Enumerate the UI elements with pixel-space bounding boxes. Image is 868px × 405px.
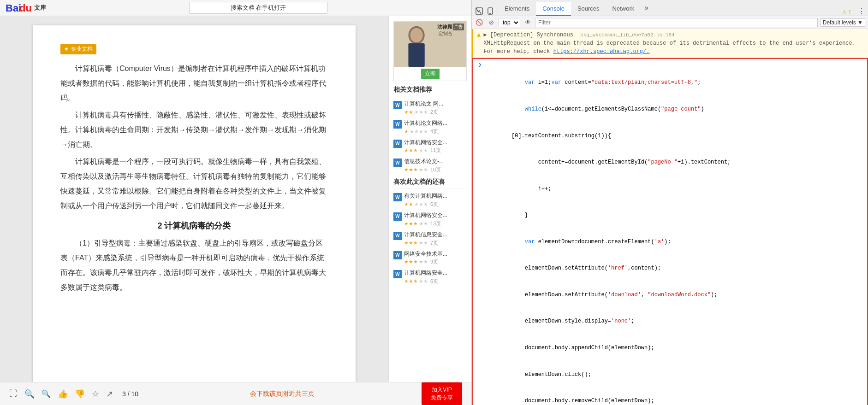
code-line-11: document.body.appendChild(elementDown); [476, 335, 863, 362]
devtools-tabs: Elements Console Sources Network » ⚠ 1 ⋮ [472, 0, 868, 16]
liked-doc-item-3[interactable]: W 计算机信息安全... ★★★★★ 7页 [393, 231, 467, 247]
code-line-10: elementDown.style.display='none'; [476, 308, 863, 335]
related-docs-title: 相关文档推荐 [393, 86, 467, 96]
ad-button[interactable]: 立即 [421, 69, 440, 79]
doc-item-title: 计算机论文网络... [404, 119, 467, 127]
inspect-icon[interactable] [475, 6, 484, 16]
code-line-6: } [476, 202, 863, 229]
doc-item-title: 计算机网络安全... [404, 211, 467, 219]
code-line-7: var elementDown=document.createElement('… [476, 229, 863, 256]
related-docs-list: W 计算机论文 网... ★★★★★ 2页 W 计算机论文网络... [393, 100, 467, 173]
thumbsup-icon[interactable]: 👍 [58, 389, 68, 399]
console-warning: ▲ ▶ [Deprecation] Synchronous pkg_wkcomm… [472, 29, 868, 58]
sidebar-ad[interactable]: 广告 法律顾 定制合 立即 [393, 21, 467, 81]
code-line-1: var i=1;var content="data:text/plain;cha… [476, 70, 863, 96]
baidu-logo-icon: Bai du [5, 1, 32, 14]
tab-network[interactable]: Network [606, 2, 641, 16]
doc-stars: ★★★★★ 10页 [404, 166, 467, 173]
related-doc-item-4[interactable]: W 信息技术论文-... ★★★★★ 10页 [393, 158, 467, 173]
share-icon[interactable]: ↗ [106, 389, 113, 399]
zoom-in-icon[interactable]: 🔍 [42, 389, 51, 398]
context-selector[interactable]: top [499, 18, 520, 27]
doc-item-title: 网络安全技术基... [404, 250, 467, 258]
doc-page: 专业文档 计算机病毒（Computer Virus）是编制者在计算机程序中插入的… [33, 25, 356, 382]
console-stop-icon[interactable]: ⊘ [487, 18, 496, 27]
tab-sources[interactable]: Sources [571, 2, 606, 16]
code-line-3: [0].textContent.substring(1)){ [476, 123, 863, 149]
doc-stars: ★★★★★ 9页 [404, 258, 467, 265]
code-text: } [478, 202, 862, 229]
bookmark-icon[interactable]: ☆ [92, 389, 99, 399]
alert-icon: ⚠ [842, 9, 847, 16]
liked-doc-item-2[interactable]: W 计算机网络安全... ★★★★★ 13页 [393, 211, 467, 227]
doc-icon: W [393, 232, 402, 240]
code-line-2: while(i<=document.getElementsByClassName… [476, 96, 863, 123]
code-line-9: elementDown.setAttribute('download', "do… [476, 282, 863, 309]
bottom-icons: ⛶ 🔍 🔍 👍 👎 ☆ ↗ [9, 389, 113, 399]
doc-item-title: 有关计算机网络... [404, 192, 467, 200]
warn-link[interactable]: https://xhr.spec.whatwg.org/. [553, 48, 650, 55]
doc-item-info: 计算机论文网络... ★★★★★ 4页 [404, 119, 467, 135]
levels-selector[interactable]: Default levels ▼ [820, 18, 865, 27]
code-text: document.body.removeChild(elementDown); [478, 388, 862, 405]
doc-para-4: （1）引导型病毒：主要通过感染软盘、硬盘上的引导扇区，或改写磁盘分区表（FAT）… [60, 236, 328, 295]
devtools-panel: Elements Console Sources Network » ⚠ 1 ⋮… [471, 0, 868, 405]
liked-docs-title: 喜欢此文档的还喜 [393, 178, 467, 188]
search-input[interactable]: 搜索文档 在手机打开 [189, 2, 327, 14]
liked-doc-item-1[interactable]: W 有关计算机网络... ★★★★★ 6页 [393, 192, 467, 208]
liked-docs-list: W 有关计算机网络... ★★★★★ 6页 W 计算机网络安全... [393, 192, 467, 285]
eye-icon[interactable]: 👁 [523, 18, 532, 27]
doc-stars: ★★★★★ 4页 [404, 128, 467, 135]
liked-doc-item-4[interactable]: W 网络安全技术基... ★★★★★ 9页 [393, 250, 467, 266]
doc-item-info: 计算机网络安全... ★★★★★ 6页 [404, 269, 467, 285]
doc-item-info: 有关计算机网络... ★★★★★ 6页 [404, 192, 467, 208]
more-tabs-icon[interactable]: » [641, 0, 652, 16]
doc-item-info: 信息技术论文-... ★★★★★ 10页 [404, 158, 467, 173]
doc-stars: ★★★★★ 11页 [404, 147, 467, 154]
prompt-arrow: ❯ [478, 61, 482, 70]
related-doc-item-1[interactable]: W 计算机论文 网... ★★★★★ 2页 [393, 100, 467, 116]
doc-item-info: 计算机网络安全... ★★★★★ 11页 [404, 139, 467, 154]
liked-doc-item-5[interactable]: W 计算机网络安全... ★★★★★ 6页 [393, 269, 467, 285]
code-text: i++; [478, 176, 862, 202]
svg-point-5 [410, 28, 422, 42]
vip-button[interactable]: 加入VIP 免费专享 [422, 382, 462, 405]
filter-input[interactable] [535, 18, 818, 27]
doc-icon: W [393, 251, 402, 259]
zoom-out-icon[interactable]: 🔍 [24, 389, 35, 399]
devtools-menu-icon[interactable]: ⋮ [855, 7, 868, 16]
doc-item-title: 计算机信息安全... [404, 231, 467, 239]
alert-count: 1 [848, 9, 851, 16]
doc-item-title: 计算机网络安全... [404, 139, 467, 147]
right-sidebar: 广告 法律顾 定制合 立即 相关文档推荐 [388, 16, 471, 382]
tab-console[interactable]: Console [536, 2, 571, 16]
ad-title: 法律顾 定制合 [437, 23, 452, 37]
tab-elements[interactable]: Elements [498, 2, 536, 16]
console-clear-icon[interactable]: 🚫 [475, 18, 484, 27]
doc-item-title: 计算机网络安全... [404, 269, 467, 277]
code-line-12: elementDown.click(); [476, 361, 863, 388]
thumbsdown-icon[interactable]: 👎 [75, 389, 85, 399]
ad-tag: 广告 [453, 23, 464, 30]
doc-item-title: 信息技术论文-... [404, 158, 467, 165]
doc-area: 专业文档 计算机病毒（Computer Virus）是编制者在计算机程序中插入的… [0, 16, 388, 382]
search-bar[interactable]: 搜索文档 在手机打开 [50, 2, 467, 14]
devtools-toolbar [472, 6, 498, 16]
warn-file: pkg_wkcommon_lib_ebe7a02.js:184 [580, 32, 675, 38]
code-text: elementDown.setAttribute('href',content)… [478, 255, 862, 282]
doc-item-info: 计算机信息安全... ★★★★★ 7页 [404, 231, 467, 247]
code-text: var i=1;var content="data:text/plain;cha… [478, 70, 862, 96]
related-doc-item-2[interactable]: W 计算机论文网络... ★★★★★ 4页 [393, 119, 467, 135]
svg-rect-4 [408, 43, 424, 67]
device-icon[interactable] [486, 6, 495, 16]
related-doc-item-3[interactable]: W 计算机网络安全... ★★★★★ 11页 [393, 139, 467, 154]
doc-icon: W [393, 212, 402, 221]
logo-area: Bai du 文库 [5, 1, 46, 14]
ad-image: 广告 法律顾 定制合 [394, 21, 466, 67]
doc-item-info: 网络安全技术基... ★★★★★ 9页 [404, 250, 467, 266]
fullscreen-icon[interactable]: ⛶ [9, 389, 18, 399]
console-code-block: ❯ var i=1;var content="data:text/plain;c… [472, 58, 868, 405]
bottom-bar: ⛶ 🔍 🔍 👍 👎 ☆ ↗ 3 / 10 会下载该页附近共三页 加入VIP 免费… [0, 382, 471, 405]
code-line-8: elementDown.setAttribute('href',content)… [476, 255, 863, 282]
doc-stars: ★★★★★ 7页 [404, 240, 467, 247]
